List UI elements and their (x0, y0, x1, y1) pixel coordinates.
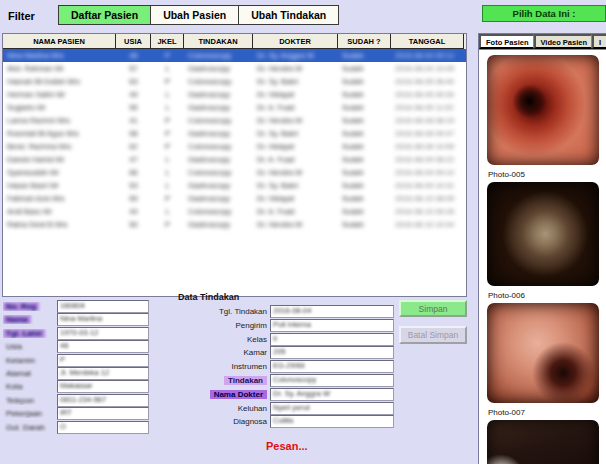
table-cell: 2016-08-10 08:05 (391, 192, 464, 205)
table-cell: Sudah (338, 179, 391, 192)
table-cell: Gastroscopy (184, 192, 253, 205)
pilih-data-button[interactable]: Pilih Data Ini : (482, 5, 606, 22)
column-header-tindakan[interactable]: TINDAKAN (184, 34, 253, 49)
table-row[interactable]: Syamsuddin Mr66LColonoscopyDr. Hendra WS… (3, 166, 466, 179)
table-row[interactable]: Ratna Dewi B Mrs50PGastroscopyDr. Hendra… (3, 218, 466, 231)
table-row[interactable]: Bend. Rachma Mrs62PColonoscopyDr. Hidaya… (3, 140, 466, 153)
table-cell: L (151, 205, 184, 218)
data-tindakan-field-input[interactable]: Nyeri perut (270, 402, 394, 415)
batal-simpan-button[interactable]: Batal Simpan (399, 326, 467, 344)
data-tindakan-field-input[interactable]: Poli Interna (270, 319, 394, 332)
left-form-field-value: Jl. Merdeka 12 (58, 368, 148, 378)
left-form-row: Tgl. Lahir1970-03-12 (3, 328, 163, 339)
column-header-jkel[interactable]: JKEL (151, 34, 184, 49)
left-form-field-label: Telepon (3, 396, 57, 405)
left-form-field-input[interactable]: 46 (57, 340, 149, 353)
media-tab-video-pasien[interactable]: Video Pasien (534, 34, 592, 49)
left-form-field-input[interactable]: Makassar (57, 380, 149, 393)
table-row[interactable]: Sugiarto Mr55LGastroscopyDr. A. FuadSuda… (3, 101, 466, 114)
photo-list: Photo-005Photo-006Photo-007 (479, 50, 606, 464)
endoscopy-photo[interactable] (487, 182, 599, 286)
left-form-field-input[interactable]: O (57, 421, 149, 434)
table-cell: 50 (116, 218, 151, 231)
table-cell: Colonoscopy (184, 114, 253, 127)
tab-ubah-pasien[interactable]: Ubah Pasien (150, 5, 239, 25)
left-form-field-label: No. Reg (3, 302, 57, 311)
table-body: Nina Marlina Mrs46PColonoscopyDr. Sy. An… (3, 49, 466, 231)
left-form-field-label: Alamat (3, 369, 57, 378)
left-form-field-input[interactable]: 0811-234-567 (57, 394, 149, 407)
data-tindakan-field-value: Colitis (271, 416, 393, 426)
table-cell: Lanna Rachmi Mrs (3, 114, 116, 127)
table-cell: Sudah (338, 127, 391, 140)
data-tindakan-field-label: Tindakan (224, 376, 267, 385)
data-tindakan-field-input[interactable]: 2016-08-04 (270, 305, 394, 318)
left-form-field-input[interactable]: Nina Marlina (57, 313, 149, 326)
tab-daftar-pasien[interactable]: Daftar Pasien (58, 5, 151, 25)
table-cell: 55 (116, 101, 151, 114)
patient-detail-form: No. Reg160804NamaNina MarlinaTgl. Lahir1… (3, 301, 163, 435)
left-form-field-input[interactable]: 1970-03-12 (57, 327, 149, 340)
left-form-field-value: 46 (58, 341, 148, 351)
left-form-field-input[interactable]: 160804 (57, 300, 149, 313)
table-row[interactable]: Darwis Hamid Mr47LGastroscopyDr. A. Fuad… (3, 153, 466, 166)
left-form-label-text: Kota (3, 382, 25, 391)
endoscopy-photo[interactable] (487, 420, 599, 464)
left-form-row: NamaNina Marlina (3, 314, 163, 325)
simpan-button[interactable]: Simpan (399, 300, 467, 317)
data-tindakan-field-value: Nyeri perut (271, 403, 393, 413)
table-row[interactable]: Nina Marlina Mrs46PColonoscopyDr. Sy. An… (3, 49, 466, 62)
data-tindakan-field-input[interactable]: Colitis (270, 415, 394, 428)
left-form-label-text: Alamat (3, 369, 34, 378)
endoscopy-photo[interactable] (487, 55, 599, 165)
table-cell: Rosmiati Bt Agus Mrs (3, 127, 116, 140)
data-tindakan-field-value: 2016-08-04 (271, 306, 393, 316)
data-tindakan-row: DiagnosaColitis (178, 416, 394, 427)
table-row[interactable]: Herman Salim Mr49LGastroscopyDr. Hidayat… (3, 88, 466, 101)
table-row[interactable]: Hasan Basri Mr53LGastroscopyDr. Sy. Bakr… (3, 179, 466, 192)
table-cell: 2016-08-09 08:22 (391, 153, 464, 166)
left-form-row: Usia46 (3, 341, 163, 352)
table-cell: Gastroscopy (184, 127, 253, 140)
tab-ubah-tindakan[interactable]: Ubah Tindakan (238, 5, 339, 25)
table-cell: 2016-08-10 09:28 (391, 205, 464, 218)
left-form-field-input[interactable]: P (57, 354, 149, 367)
table-cell: Dr. A. Fuad (253, 101, 338, 114)
left-form-row: AlamatJl. Merdeka 12 (3, 368, 163, 379)
table-cell: 2016-08-09 10:31 (391, 179, 464, 192)
table-cell: L (151, 153, 184, 166)
table-cell: Gastroscopy (184, 101, 253, 114)
table-cell: Colonoscopy (184, 49, 253, 62)
column-header-tanggal[interactable]: TANGGAL (391, 34, 464, 49)
table-cell: P (151, 192, 184, 205)
column-header-nama-pasien[interactable]: NAMA PASIEN (3, 34, 116, 49)
table-cell: 2016-08-08 08:15 (391, 114, 464, 127)
table-row[interactable]: Lanna Rachmi Mrs41PColonoscopyDr. Hendra… (3, 114, 466, 127)
table-cell: 41 (116, 114, 151, 127)
media-tab-i[interactable]: I (592, 34, 606, 49)
left-form-field-input[interactable]: IRT (57, 407, 149, 420)
left-form-field-input[interactable]: Jl. Merdeka 12 (57, 367, 149, 380)
column-header-sudah[interactable]: SUDAH ? (338, 34, 391, 49)
table-cell: 2016-08-04 09:12 (391, 49, 464, 62)
column-header-usia[interactable]: USIA (116, 34, 151, 49)
table-row[interactable]: Abd. Rahman Mr57LGastroscopyDr. Hendra W… (3, 62, 466, 75)
table-row[interactable]: Rosmiati Bt Agus Mrs58PGastroscopyDr. Sy… (3, 127, 466, 140)
data-tindakan-field-input[interactable]: 205 (270, 346, 394, 359)
table-cell: Nina Marlina Mrs (3, 49, 116, 62)
table-cell: Ratna Dewi B Mrs (3, 218, 116, 231)
endoscopy-photo[interactable] (487, 303, 599, 403)
column-header-dokter[interactable]: DOKTER (253, 34, 338, 49)
data-tindakan-field-input[interactable]: EG-2990i (270, 360, 394, 373)
table-row[interactable]: Fatimah Azis Mrs59PGastroscopyDr. Hidaya… (3, 192, 466, 205)
left-form-field-value: 160804 (58, 301, 148, 311)
data-tindakan-field-input[interactable]: II (270, 333, 394, 346)
table-cell: P (151, 218, 184, 231)
table-cell: Abd. Rahman Mr (3, 62, 116, 75)
table-row[interactable]: Hasnah Bt Dullah Mrs63PColonoscopyDr. Sy… (3, 75, 466, 88)
media-tab-foto-pasien[interactable]: Foto Pasien (479, 34, 534, 49)
table-cell: P (151, 75, 184, 88)
data-tindakan-field-input[interactable]: Dr. Sy. Anggra W (270, 388, 394, 401)
data-tindakan-field-input[interactable]: Colonoscopy (270, 374, 394, 387)
table-row[interactable]: Andi Baso Mr44LColonoscopyDr. A. FuadSud… (3, 205, 466, 218)
